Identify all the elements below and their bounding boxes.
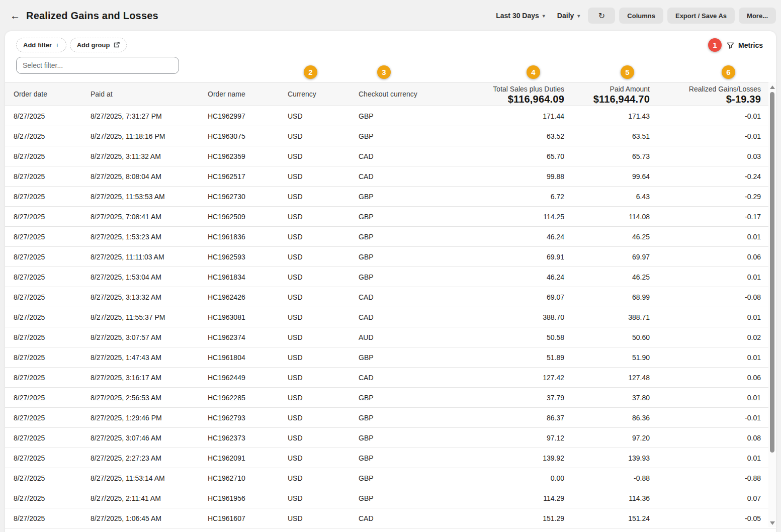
col-header-order-date[interactable]: Order date	[14, 82, 91, 106]
col-header-realized[interactable]: Realized Gains/Losses $-19.39	[650, 82, 761, 106]
cell-realized: 0.01	[650, 394, 761, 402]
cell-checkout-currency: GBP	[359, 132, 439, 140]
cell-checkout-currency: CAD	[359, 313, 439, 321]
table-row[interactable]: 8/27/2025 8/27/2025, 1:29:46 PM HC196279…	[5, 408, 776, 428]
table-row[interactable]: 8/27/2025 8/27/2025, 3:13:32 AM HC196242…	[5, 287, 776, 307]
add-group-button[interactable]: Add group	[70, 38, 127, 52]
back-button[interactable]: ←	[7, 8, 23, 24]
cell-total-sales: 51.89	[439, 353, 564, 362]
cell-order-date: 8/27/2025	[14, 152, 91, 160]
cell-currency: USD	[288, 253, 359, 261]
table-row[interactable]: 8/27/2025 8/27/2025, 3:16:17 AM HC196244…	[5, 368, 776, 388]
cell-checkout-currency: AUD	[359, 333, 439, 341]
table-row[interactable]: 8/27/2025 8/27/2025, 3:11:32 AM HC196235…	[5, 146, 776, 166]
cell-paid-amount: 86.36	[564, 414, 650, 422]
cell-checkout-currency: GBP	[359, 253, 439, 261]
cell-order-name: HC1961607	[208, 514, 288, 522]
date-range-dropdown[interactable]: Last 30 Days ▾	[492, 9, 549, 23]
cell-checkout-currency: GBP	[359, 434, 439, 442]
refresh-button[interactable]: ↻	[588, 8, 615, 24]
table-row[interactable]: 8/27/2025 8/27/2025, 2:56:53 AM HC196228…	[5, 388, 776, 408]
cell-currency: USD	[288, 273, 359, 281]
cell-checkout-currency: GBP	[359, 112, 439, 120]
cell-realized: 0.06	[650, 374, 761, 382]
cell-order-date: 8/27/2025	[14, 474, 91, 482]
cell-total-sales: 46.24	[439, 233, 564, 241]
table-row[interactable]: 8/27/2025 8/27/2025, 7:31:27 PM HC196299…	[5, 106, 776, 126]
cell-currency: USD	[288, 394, 359, 402]
export-save-as-button[interactable]: Export / Save As	[667, 8, 735, 24]
cell-paid-at: 8/27/2025, 7:31:27 PM	[91, 112, 208, 120]
cell-currency: USD	[288, 514, 359, 522]
more-button[interactable]: More...	[739, 8, 776, 24]
scrollbar-thumb[interactable]	[770, 92, 774, 453]
col-header-paid-at[interactable]: Paid at	[91, 82, 208, 106]
col-header-order-name[interactable]: Order name	[208, 82, 288, 106]
table-row[interactable]: 8/27/2025 8/27/2025, 2:11:41 AM HC196195…	[5, 488, 776, 508]
results-table: Order date Paid at Order name Currency C…	[5, 82, 776, 532]
table-row[interactable]: 8/27/2025 8/27/2025, 1:53:04 AM HC196183…	[5, 267, 776, 287]
cell-order-date: 8/27/2025	[14, 273, 91, 281]
realized-label: Realized Gains/Losses	[689, 85, 761, 93]
cell-order-date: 8/27/2025	[14, 333, 91, 341]
add-filter-button[interactable]: Add filter +	[16, 38, 66, 52]
table-row[interactable]: 8/27/2025 8/27/2025, 11:18:16 PM HC19630…	[5, 126, 776, 146]
page-title: Realized Gains and Losses	[26, 10, 158, 22]
granularity-dropdown[interactable]: Daily ▾	[553, 9, 584, 23]
table-row[interactable]: 8/27/2025 8/27/2025, 7:08:41 AM HC196250…	[5, 207, 776, 227]
cell-order-date: 8/27/2025	[14, 213, 91, 221]
table-row[interactable]: 8/27/2025 8/27/2025, 11:53:53 AM HC19627…	[5, 187, 776, 207]
columns-button[interactable]: Columns	[619, 8, 663, 24]
cell-order-name: HC1961956	[208, 494, 288, 502]
table-row[interactable]: 8/27/2025 8/27/2025, 1:53:23 AM HC196183…	[5, 227, 776, 247]
cell-paid-amount: 50.60	[564, 333, 650, 341]
metrics-label: Metrics	[738, 41, 763, 49]
scroll-down-arrow-icon[interactable]	[770, 521, 775, 525]
col-header-total-sales[interactable]: Total Sales plus Duties $116,964.09	[439, 82, 564, 106]
paid-amount-label: Paid Amount	[610, 85, 650, 93]
cell-paid-amount: 171.43	[564, 112, 650, 120]
scroll-up-arrow-icon[interactable]	[770, 85, 775, 89]
date-range-label: Last 30 Days	[496, 12, 539, 20]
col-header-checkout-currency[interactable]: Checkout currency	[359, 82, 439, 106]
cell-total-sales: 99.88	[439, 172, 564, 181]
table-row[interactable]: 8/27/2025 8/27/2025, 1:06:45 AM HC196160…	[5, 508, 776, 528]
table-body: 8/27/2025 8/27/2025, 7:31:27 PM HC196299…	[5, 106, 776, 528]
cell-total-sales: 114.25	[439, 213, 564, 221]
table-row[interactable]: 8/27/2025 8/27/2025, 11:11:03 AM HC19625…	[5, 247, 776, 267]
cell-realized: -0.88	[650, 474, 761, 482]
table-row[interactable]: 8/27/2025 8/27/2025, 8:08:04 AM HC196251…	[5, 166, 776, 187]
cell-checkout-currency: GBP	[359, 193, 439, 201]
table-row[interactable]: 8/27/2025 8/27/2025, 3:07:57 AM HC196237…	[5, 327, 776, 347]
table-row[interactable]: 8/27/2025 8/27/2025, 1:47:43 AM HC196180…	[5, 347, 776, 368]
cell-realized: 0.01	[650, 273, 761, 281]
cell-order-name: HC1963081	[208, 313, 288, 321]
cell-total-sales: 63.52	[439, 132, 564, 140]
table-row[interactable]: 8/27/2025 8/27/2025, 11:55:37 PM HC19630…	[5, 307, 776, 327]
cell-paid-at: 8/27/2025, 3:07:57 AM	[91, 333, 208, 341]
cell-order-date: 8/27/2025	[14, 293, 91, 301]
cell-checkout-currency: GBP	[359, 494, 439, 502]
cell-paid-at: 8/27/2025, 11:53:53 AM	[91, 193, 208, 201]
col-header-currency[interactable]: Currency	[288, 82, 359, 106]
cell-total-sales: 65.70	[439, 152, 564, 160]
topbar-actions: Last 30 Days ▾ Daily ▾ ↻ Columns Export …	[492, 8, 776, 24]
metrics-button[interactable]: Metrics	[727, 39, 763, 52]
cell-paid-at: 8/27/2025, 1:47:43 AM	[91, 353, 208, 362]
table-row[interactable]: 8/27/2025 8/27/2025, 2:27:23 AM HC196209…	[5, 448, 776, 468]
col-header-paid-amount[interactable]: Paid Amount $116,944.70	[564, 82, 650, 106]
cell-paid-amount: 151.24	[564, 514, 650, 522]
select-filter-input[interactable]	[16, 57, 179, 74]
cell-order-name: HC1962449	[208, 374, 288, 382]
cell-total-sales: 127.42	[439, 374, 564, 382]
cell-realized: -0.01	[650, 414, 761, 422]
cell-currency: USD	[288, 454, 359, 462]
table-row[interactable]: 8/27/2025 8/27/2025, 3:07:46 AM HC196237…	[5, 428, 776, 448]
cell-paid-at: 8/27/2025, 1:29:46 PM	[91, 414, 208, 422]
vertical-scrollbar[interactable]	[768, 82, 776, 527]
back-arrow-icon: ←	[10, 10, 20, 22]
cell-order-date: 8/27/2025	[14, 394, 91, 402]
cell-realized: 0.02	[650, 333, 761, 341]
cell-paid-at: 8/27/2025, 2:27:23 AM	[91, 454, 208, 462]
table-row[interactable]: 8/27/2025 8/27/2025, 11:53:14 AM HC19627…	[5, 468, 776, 488]
